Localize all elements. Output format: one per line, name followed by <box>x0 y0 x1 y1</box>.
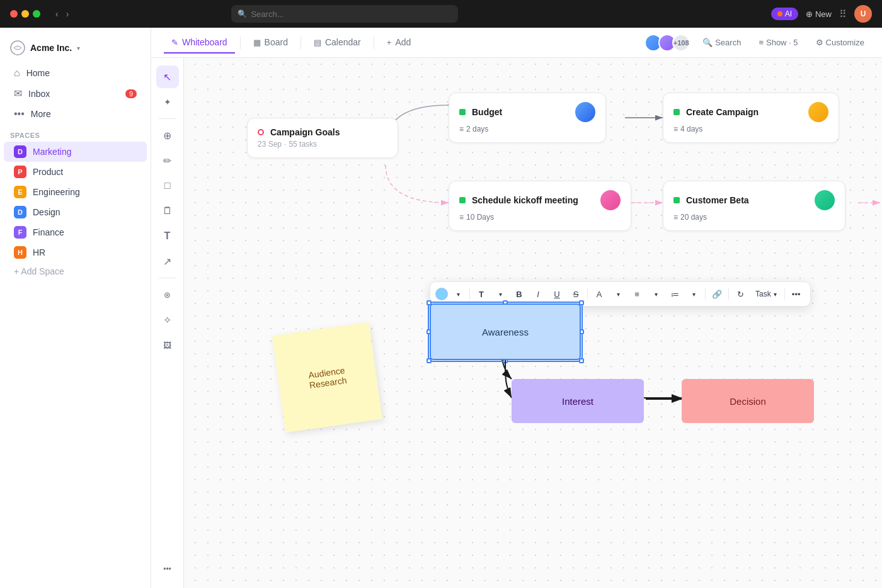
ai-button[interactable]: AI <box>771 8 798 20</box>
top-search-input[interactable] <box>251 9 452 19</box>
space-item-marketing[interactable]: D Marketing <box>4 142 147 162</box>
canvas: Campaign Goals 23 Sep · 55 tasks Budget <box>184 58 882 588</box>
search-header-icon: 🔍 <box>702 38 713 47</box>
card-budget[interactable]: Budget ≡ 2 days <box>449 93 606 143</box>
customer-beta-days-icon: ≡ <box>673 213 678 222</box>
tool-rect[interactable]: □ <box>156 174 179 197</box>
tl-yellow[interactable] <box>21 10 29 18</box>
inbox-icon: ✉ <box>14 88 22 99</box>
show-header-btn[interactable]: ≡ Show · 5 <box>753 35 803 50</box>
ft-text-chevron[interactable]: ▾ <box>491 285 509 303</box>
space-dot-marketing: D <box>14 145 26 158</box>
new-button[interactable]: ⊕ New <box>806 9 832 19</box>
tool-sticky[interactable]: 🗒 <box>156 200 179 222</box>
ft-task-label: Task <box>755 290 771 298</box>
ft-link[interactable]: 🔗 <box>708 285 726 303</box>
tl-red[interactable] <box>10 10 18 18</box>
card-schedule-kickoff[interactable]: Schedule kickoff meeting ≡ 10 Days <box>449 181 631 231</box>
customer-beta-indicator <box>673 197 680 203</box>
ft-chevron[interactable]: ▾ <box>449 285 467 303</box>
ft-font-chevron[interactable]: ▾ <box>609 285 627 303</box>
budget-indicator <box>459 109 466 115</box>
ai-dot <box>777 11 782 16</box>
ft-list[interactable]: ≔ <box>666 285 684 303</box>
customer-beta-days-val: 20 days <box>680 213 707 222</box>
space-item-hr[interactable]: H HR <box>4 242 147 263</box>
shape-awareness[interactable]: Awareness <box>430 303 581 360</box>
nav-forward[interactable]: › <box>64 8 72 20</box>
workspace-chevron: ▾ <box>77 45 80 52</box>
shape-decision[interactable]: Decision <box>682 379 814 423</box>
ft-strikethrough[interactable]: S <box>567 285 585 303</box>
more-label: More <box>31 109 51 119</box>
ft-bold[interactable]: B <box>510 285 528 303</box>
ft-more[interactable]: ••• <box>788 285 805 303</box>
sticky-audience-research[interactable]: Audience Research <box>272 322 382 433</box>
card-campaign-goals[interactable]: Campaign Goals 23 Sep · 55 tasks <box>247 118 398 158</box>
space-item-design[interactable]: D Design <box>4 202 147 222</box>
sidebar-item-inbox[interactable]: ✉ Inbox 9 <box>4 83 147 104</box>
ft-refresh[interactable]: ↻ <box>731 285 749 303</box>
budget-row: Budget <box>459 102 595 122</box>
tool-sparkle[interactable]: ✧ <box>156 308 179 331</box>
search-header-btn[interactable]: 🔍 Search <box>697 35 746 50</box>
schedule-kickoff-row: Schedule kickoff meeting <box>459 190 621 210</box>
space-item-engineering[interactable]: E Engineering <box>4 182 147 202</box>
space-item-finance[interactable]: F Finance <box>4 222 147 242</box>
card-customer-beta[interactable]: Customer Beta ≡ 20 days <box>663 181 845 231</box>
top-search-bar[interactable]: 🔍 <box>231 5 458 23</box>
sidebar-item-home[interactable]: ⌂ Home <box>4 63 147 83</box>
nav-arrows: ‹ › <box>53 8 71 20</box>
card-create-campaign[interactable]: Create Campaign ≡ 4 days <box>663 93 839 143</box>
ft-underline[interactable]: U <box>548 285 566 303</box>
grid-icon[interactable]: ⠿ <box>839 8 847 20</box>
space-item-product[interactable]: P Product <box>4 162 147 182</box>
tool-pen[interactable]: ✏ <box>156 149 179 172</box>
tool-connector[interactable]: ↗ <box>156 250 179 273</box>
ft-divider-5 <box>784 288 785 300</box>
add-label: Add <box>395 37 411 47</box>
avatar-count[interactable]: +108 <box>672 34 690 52</box>
ft-task-btn[interactable]: Task ▾ <box>750 287 782 301</box>
add-space-button[interactable]: + Add Space <box>4 263 147 280</box>
ft-text-size[interactable]: T <box>472 285 490 303</box>
tool-more[interactable]: ••• <box>156 558 179 580</box>
space-label-finance: Finance <box>33 227 64 237</box>
whiteboard-canvas[interactable]: ↖ ✦ ⊕ ✏ □ 🗒 T ↗ ⊛ ✧ 🖼 ••• <box>151 58 882 588</box>
ft-list-chevron[interactable]: ▾ <box>685 285 702 303</box>
ft-font-color[interactable]: A <box>590 285 608 303</box>
schedule-kickoff-days: ≡ 10 Days <box>459 213 621 222</box>
budget-days: ≡ 2 days <box>459 125 595 133</box>
inbox-badge: 9 <box>125 89 137 98</box>
tl-green[interactable] <box>33 10 40 18</box>
tab-calendar[interactable]: ▤ Calendar <box>306 32 369 54</box>
customer-beta-avatar-wrap <box>815 190 835 210</box>
tab-add[interactable]: + Add <box>379 32 419 54</box>
sidebar-item-more[interactable]: ••• More <box>4 104 147 124</box>
workspace-header[interactable]: Acme Inc. ▾ <box>0 35 151 63</box>
tool-globe[interactable]: ⊕ <box>156 124 179 147</box>
customer-beta-days: ≡ 20 days <box>673 213 835 222</box>
workspace-logo <box>10 40 25 55</box>
tool-text[interactable]: T <box>156 225 179 247</box>
budget-days-icon: ≡ <box>459 125 464 133</box>
shape-awareness-wrapper[interactable]: Awareness <box>430 303 581 360</box>
customize-header-btn[interactable]: ⚙ Customize <box>811 35 869 50</box>
tab-whiteboard[interactable]: ✎ Whiteboard <box>164 32 235 54</box>
tool-select[interactable]: ↖ <box>156 65 179 88</box>
ft-task-chevron: ▾ <box>774 291 777 298</box>
nav-back[interactable]: ‹ <box>53 8 61 20</box>
user-avatar-top[interactable]: U <box>854 5 872 23</box>
ft-align-chevron[interactable]: ▾ <box>647 285 665 303</box>
tool-mindmap[interactable]: ⊛ <box>156 283 179 306</box>
ft-align[interactable]: ≡ <box>628 285 646 303</box>
shape-interest[interactable]: Interest <box>512 379 644 423</box>
create-campaign-row: Create Campaign <box>673 102 828 122</box>
tool-ai[interactable]: ✦ <box>156 91 179 113</box>
tab-divider-3 <box>374 37 374 49</box>
space-label-marketing: Marketing <box>33 147 71 157</box>
ft-color-picker[interactable] <box>435 288 448 300</box>
tab-board[interactable]: ▦ Board <box>246 32 295 54</box>
tool-image[interactable]: 🖼 <box>156 334 179 356</box>
ft-italic[interactable]: I <box>529 285 547 303</box>
